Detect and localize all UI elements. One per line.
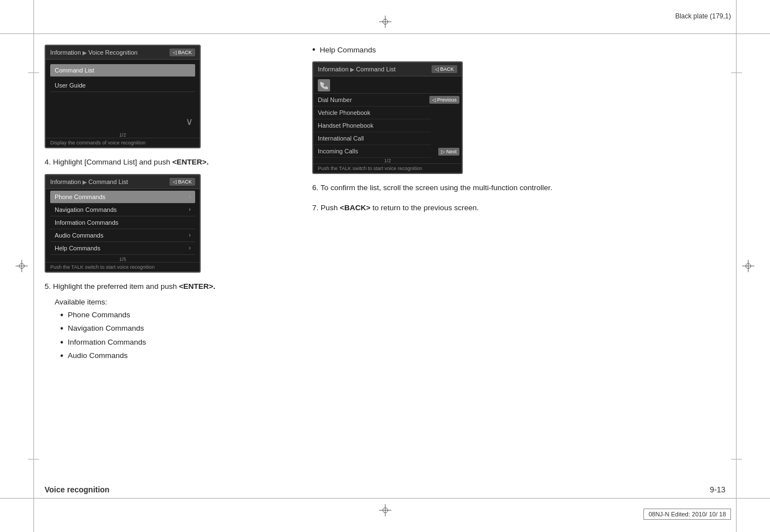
screen1-spacer — [46, 94, 200, 114]
screen2-item-audio[interactable]: Audio Commands › — [50, 229, 195, 242]
screen3-header: Information ▶ Command List ◁ BACK — [313, 62, 462, 76]
step5-body: Highlight the preferred item and push — [53, 282, 179, 291]
screen1-title: Information ▶ Voice Recognition — [50, 49, 138, 56]
screen3-title: Information ▶ Command List — [318, 66, 396, 72]
screen2-item-navigation[interactable]: Navigation Commands › — [50, 204, 195, 216]
bullet-text: Navigation Commands — [68, 322, 144, 335]
step5-text: 5. Highlight the preferred item and push… — [45, 280, 301, 293]
item-label: Audio Commands — [55, 232, 103, 239]
chevron-icon: › — [189, 232, 191, 238]
crosshair-circle — [745, 263, 751, 269]
right-column: • Help Commands Information ▶ Command Li… — [312, 45, 725, 219]
screen1-title-prefix: Information — [50, 49, 81, 56]
crosshair-right — [742, 260, 754, 272]
item-label: Navigation Commands — [55, 206, 117, 213]
crosshair-circle — [19, 263, 25, 269]
screen2-item-phone[interactable]: Phone Commands › — [50, 191, 195, 204]
screen1-back-button[interactable]: ◁ BACK — [170, 49, 195, 56]
step7-text: 7. Push <BACK> to return to the previous… — [312, 202, 725, 214]
next-arrow: ▷ — [441, 149, 445, 154]
chevron-icon: › — [189, 194, 191, 200]
page-number: 9-13 — [710, 485, 725, 494]
screen2-back-button[interactable]: ◁ BACK — [170, 178, 195, 186]
screen2-header: Information ▶ Command List ◁ BACK — [46, 175, 200, 189]
screen3-back-button[interactable]: ◁ BACK — [432, 65, 457, 73]
item-label: Help Commands — [55, 245, 100, 252]
screen1-menu: Command List User Guide ∨ — [46, 60, 200, 132]
screen-voice-recognition: Information ▶ Voice Recognition ◁ BACK C… — [45, 45, 201, 148]
item-label: Command List — [55, 67, 94, 74]
screen3-prev-button[interactable]: ◁ Previous — [429, 96, 459, 104]
bullet-item: Audio Commands — [60, 349, 301, 362]
step6-body: To confirm the list, scroll the screen u… — [321, 183, 553, 192]
screen3-phone-icon-row — [313, 76, 462, 94]
bottom-bar: Voice recognition 9-13 — [45, 485, 725, 494]
bullet-item: Navigation Commands — [60, 322, 301, 335]
step5-number: 5. — [45, 282, 51, 291]
tick-mark — [731, 72, 742, 73]
tick-mark — [28, 459, 39, 460]
prev-arrow: ◁ — [432, 97, 436, 103]
screen3-list: Dial Number Vehicle Phonebook Handset Ph… — [313, 94, 431, 158]
screen-phone-commands: Information ▶ Command List ◁ BACK Dial N… — [312, 61, 463, 174]
screen3-prefix: Information — [318, 66, 348, 72]
chevron-icon: › — [189, 206, 191, 212]
screen2-status: Push the TALK switch to start voice reco… — [46, 262, 200, 272]
border-right — [736, 0, 737, 532]
left-column: Information ▶ Voice Recognition ◁ BACK C… — [45, 45, 301, 362]
item-label: Phone Commands — [55, 194, 105, 200]
screen2-item-information[interactable]: Information Commands — [50, 216, 195, 229]
screen2-body: Phone Commands › Navigation Commands › I… — [46, 191, 200, 272]
step7-number: 7. — [312, 204, 318, 212]
screen1-header: Information ▶ Voice Recognition ◁ BACK — [46, 46, 200, 60]
screen3-suffix: Command List — [356, 66, 396, 72]
bullet-dot: • — [312, 45, 316, 55]
screen1-item-command-list[interactable]: Command List — [50, 64, 195, 77]
screen3-next-button[interactable]: ▷ Next — [438, 148, 459, 156]
screen1-item-user-guide[interactable]: User Guide — [50, 79, 195, 92]
screen2-page-num: 1/5 — [46, 257, 200, 262]
step4-number: 4. — [45, 158, 51, 166]
screen3-item-incoming[interactable]: Incoming Calls — [313, 145, 431, 158]
crosshair-circle — [382, 507, 388, 513]
bullet-item: Phone Commands — [60, 308, 301, 322]
content-area: Information ▶ Voice Recognition ◁ BACK C… — [45, 45, 725, 487]
screen3-item-dial[interactable]: Dial Number — [313, 94, 431, 107]
bullet-text: Audio Commands — [68, 349, 128, 362]
step7-body2: to return to the previous screen. — [370, 204, 478, 212]
screen2-title: Information ▶ Command List — [50, 178, 128, 185]
screen1-page-num: 1/2 — [46, 132, 200, 138]
step5-subtext: Available items: — [55, 298, 301, 306]
screen3-item-intl-call[interactable]: International Call — [313, 132, 431, 145]
step4-bold: <ENTER>. — [172, 158, 209, 166]
chevron-icon: › — [189, 245, 191, 251]
screen2-item-help[interactable]: Help Commands › — [50, 242, 195, 255]
tick-mark — [28, 72, 39, 73]
screen3-item-vehicle-pb[interactable]: Vehicle Phonebook — [313, 107, 431, 119]
step4-text: 4. Highlight [Command List] and push <EN… — [45, 156, 301, 168]
screen-command-list: Information ▶ Command List ◁ BACK Phone … — [45, 174, 201, 273]
screen1-arrow: ▶ — [81, 50, 89, 56]
plate-text: Black plate (179,1) — [675, 12, 731, 20]
help-commands-label: Help Commands — [320, 46, 376, 54]
item-label: User Guide — [55, 82, 86, 89]
screen3-item-handset-pb[interactable]: Handset Phonebook — [313, 119, 431, 132]
screen3-body: Dial Number Vehicle Phonebook Handset Ph… — [313, 94, 462, 158]
help-commands-bullet: • Help Commands — [312, 45, 725, 55]
step4-body: Highlight [Command List] and push — [53, 158, 172, 166]
crosshair-top — [379, 16, 391, 28]
edit-info-box: 08NJ-N Edited: 2010/ 10/ 18 — [643, 509, 731, 520]
step7-body: Push — [321, 204, 340, 212]
item-label: Information Commands — [55, 219, 118, 226]
screen1-body: Command List User Guide ∨ 1/2 Display th… — [46, 60, 200, 147]
step7-bold-back: <BACK> — [340, 204, 371, 212]
border-top — [0, 33, 770, 34]
bullet-item: Information Commands — [60, 336, 301, 349]
screen1-title-suffix: Voice Recognition — [89, 49, 138, 56]
screen3-side-btns: ◁ Previous ▷ Next — [431, 94, 462, 158]
phone-icon — [318, 79, 330, 91]
border-left — [33, 0, 34, 532]
screen1-status: Display the commands of voice recognitio… — [46, 138, 200, 147]
voice-recognition-label: Voice recognition — [45, 485, 109, 494]
step6-number: 6. — [312, 183, 318, 192]
